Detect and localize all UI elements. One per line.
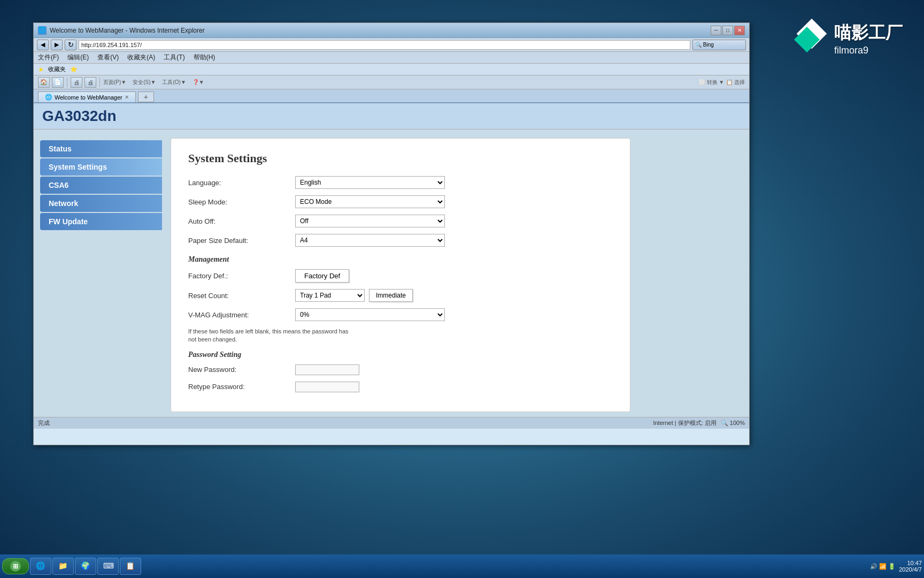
back-button[interactable]: ◀: [37, 40, 49, 50]
tool-icon-3[interactable]: 🖨: [71, 77, 82, 88]
close-button[interactable]: ✕: [734, 26, 745, 35]
language-label: Language:: [188, 179, 295, 187]
separator-1: [67, 78, 67, 87]
taskbar-app-misc[interactable]: 📋: [120, 558, 141, 575]
watermark-text-block: 喵影工厂 filmora9: [834, 21, 903, 56]
vmag-label: V-MAG Adjustment:: [188, 311, 295, 319]
vmag-row: V-MAG Adjustment: 0%: [188, 308, 613, 321]
status-bar: 完成 Internet | 保护模式: 启用 🔍 100%: [34, 417, 749, 429]
menu-bar: 文件(F) 编辑(E) 查看(V) 收藏夹(A) 工具(T) 帮助(H): [34, 52, 749, 64]
auto-off-control: Off: [295, 215, 445, 227]
auto-off-row: Auto Off: Off: [188, 215, 613, 227]
right-toolbar: ⬜ 转换 ▼ 📋 选择: [699, 79, 745, 86]
taskbar-app-firefox[interactable]: 🌍: [75, 558, 96, 575]
favorites-label[interactable]: 收藏夹: [48, 65, 66, 73]
page-content: GA3032dn Status System Settings CSA6 Net…: [34, 103, 749, 429]
sidebar-item-network[interactable]: Network: [40, 195, 162, 212]
taskbar-app-cmd[interactable]: ⌨: [97, 558, 119, 575]
browser-window: 🌐 Welcome to WebManager - Windows Intern…: [33, 22, 750, 445]
vmag-select[interactable]: 0%: [295, 308, 445, 321]
ie-icon: 🌐: [38, 26, 47, 35]
retype-password-control: [295, 382, 445, 392]
tab-label: Welcome to WebManager: [55, 94, 122, 101]
filmora-logo: [796, 23, 828, 55]
page-label: 页面(P)▼: [103, 79, 126, 86]
browser-tab-webmanager[interactable]: 🌐 Welcome to WebManager ✕: [38, 92, 136, 102]
security-label: 安全(S)▼: [133, 79, 156, 86]
taskbar-app-explorer[interactable]: 📁: [52, 558, 74, 575]
reset-count-control: Tray 1 Pad Immediate: [295, 289, 413, 302]
auto-off-label: Auto Off:: [188, 217, 295, 225]
tab-bar: 🌐 Welcome to WebManager ✕ +: [34, 89, 749, 103]
sidebar-item-csa6[interactable]: CSA6: [40, 177, 162, 194]
factory-def-control: Factory Def: [295, 269, 445, 283]
watermark-overlay: 喵影工厂 filmora9: [796, 21, 903, 56]
search-icon[interactable]: 🔍 Bing: [692, 40, 746, 50]
zoom-text: 🔍 100%: [721, 420, 745, 427]
taskbar-right: 🔊 📶 🔋 10:47 2020/4/7: [870, 560, 922, 573]
factory-def-button[interactable]: Factory Def: [295, 269, 349, 283]
auto-off-select[interactable]: Off: [295, 215, 445, 227]
sidebar: Status System Settings CSA6 Network FW U…: [34, 130, 162, 425]
paper-size-row: Paper Size Default: A4: [188, 234, 613, 247]
cmd-taskbar-icon: ⌨: [103, 561, 113, 571]
window-controls: ─ □ ✕: [711, 26, 745, 35]
select-label: 📋 选择: [726, 79, 745, 86]
password-note: If these two fields are left blank, this…: [188, 328, 349, 344]
refresh-button[interactable]: ↻: [65, 40, 76, 50]
main-layout: Status System Settings CSA6 Network FW U…: [34, 130, 749, 425]
taskbar-icons: 🔊 📶 🔋: [870, 563, 896, 570]
new-password-label: New Password:: [188, 366, 295, 374]
menu-favorites[interactable]: 收藏夹(A): [127, 53, 155, 62]
new-password-row: New Password:: [188, 364, 613, 375]
factory-def-label: Factory Def.:: [188, 272, 295, 280]
start-button[interactable]: ⊞: [2, 558, 29, 574]
tool-icon-2[interactable]: 📄: [52, 77, 64, 88]
ie-taskbar-icon: 🌐: [36, 561, 45, 571]
content-panel: System Settings Language: English Sleep …: [162, 130, 749, 425]
new-password-input[interactable]: [295, 364, 359, 375]
explorer-taskbar-icon: 📁: [58, 561, 68, 571]
maximize-button[interactable]: □: [722, 26, 733, 35]
menu-file[interactable]: 文件(F): [38, 53, 59, 62]
vmag-control: 0%: [295, 308, 445, 321]
menu-help[interactable]: 帮助(H): [194, 53, 215, 62]
sidebar-item-status[interactable]: Status: [40, 140, 162, 157]
immediate-button[interactable]: Immediate: [369, 289, 413, 302]
minimize-button[interactable]: ─: [711, 26, 721, 35]
new-tab-button[interactable]: +: [138, 92, 154, 102]
sleep-mode-select[interactable]: ECO Mode: [295, 195, 445, 208]
new-password-control: [295, 364, 445, 375]
star-icon: ★: [38, 66, 44, 73]
settings-card: System Settings Language: English Sleep …: [171, 138, 630, 412]
printer-model: GA3032dn: [42, 108, 117, 124]
paper-size-label: Paper Size Default:: [188, 237, 295, 245]
tab-close-icon[interactable]: ✕: [125, 94, 129, 100]
paper-size-select[interactable]: A4: [295, 234, 445, 247]
sidebar-item-fw-update[interactable]: FW Update: [40, 213, 162, 230]
zone-text: Internet | 保护模式: 启用: [653, 419, 716, 427]
fav-item-1[interactable]: ⭐: [70, 66, 78, 73]
language-row: Language: English: [188, 176, 613, 189]
reset-count-label: Reset Count:: [188, 292, 295, 300]
taskbar-time: 10:47: [899, 560, 922, 566]
sleep-mode-control: ECO Mode: [295, 195, 445, 208]
menu-view[interactable]: 查看(V): [97, 53, 119, 62]
tool-icon-1[interactable]: 🏠: [38, 77, 50, 88]
ie-toolbar: 🏠 📄 🖨 🖨 页面(P)▼ 安全(S)▼ 工具(O)▼ ❓▼ ⬜ 转换 ▼ 📋…: [34, 75, 749, 89]
settings-title: System Settings: [188, 151, 613, 165]
tray-select[interactable]: Tray 1 Pad: [295, 289, 365, 302]
retype-password-label: Retype Password:: [188, 383, 295, 391]
address-bar: ◀ ▶ ↻ 🔍 Bing: [34, 38, 749, 52]
title-bar: 🌐 Welcome to WebManager - Windows Intern…: [34, 23, 749, 38]
address-input[interactable]: [79, 40, 690, 50]
forward-button[interactable]: ▶: [51, 40, 63, 50]
sidebar-item-system-settings[interactable]: System Settings: [40, 158, 162, 176]
menu-tools[interactable]: 工具(T): [164, 53, 184, 62]
menu-edit[interactable]: 编辑(E): [67, 53, 89, 62]
tool-icon-print[interactable]: 🖨: [84, 77, 96, 88]
retype-password-input[interactable]: [295, 382, 359, 392]
language-select[interactable]: English: [295, 176, 445, 189]
taskbar-app-ie[interactable]: 🌐: [30, 558, 51, 575]
retype-password-row: Retype Password:: [188, 382, 613, 392]
